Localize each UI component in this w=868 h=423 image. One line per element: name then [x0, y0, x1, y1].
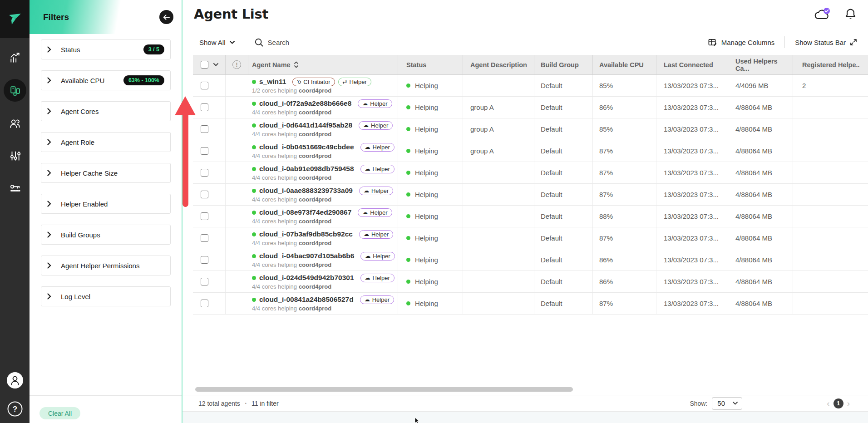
filter-item[interactable]: Status 3 / 5	[41, 39, 171, 59]
agent-name[interactable]: cloud_i-07b3af9db85cb92cc	[259, 230, 353, 238]
table-row: cloud_i-07b3af9db85cb92cc ☁Helper 4/4 co…	[193, 227, 868, 249]
agent-name[interactable]: cloud_i-0ab91e098db759458	[259, 165, 354, 173]
status-dot	[406, 84, 410, 88]
table-row: cloud_i-00841a24b8506527d ☁Helper 4/4 co…	[193, 293, 868, 315]
collapse-filters-button[interactable]	[159, 10, 173, 24]
description-cell	[463, 184, 534, 205]
filter-item[interactable]: Agent Cores	[41, 101, 171, 121]
agent-name[interactable]: cloud_i-024d549d942b70301	[259, 274, 354, 282]
filter-item-label: Helper Cache Size	[61, 169, 118, 177]
row-alert-cell	[226, 97, 248, 118]
available-cpu-cell: 86%	[593, 249, 656, 271]
agent-name-line: s_win11 ⚲CI Initiator⇄Helper	[252, 78, 371, 86]
row-checkbox[interactable]	[201, 300, 208, 307]
agent-name[interactable]: cloud_i-0b0451669c49cbdee	[259, 143, 354, 151]
agent-online-dot	[252, 145, 256, 149]
previous-page-button[interactable]: ‹	[827, 399, 829, 408]
row-checkbox[interactable]	[201, 125, 208, 133]
agent-name-line: cloud_i-07b3af9db85cb92cc ☁Helper	[252, 230, 393, 239]
sidebar-item-settings[interactable]	[4, 144, 26, 167]
row-checkbox[interactable]	[201, 234, 208, 242]
show-all-dropdown[interactable]: Show All	[199, 39, 235, 46]
agent-name-cell: cloud_i-024d549d942b70301 ☁Helper 4/4 co…	[248, 271, 398, 292]
current-page[interactable]: 1	[833, 398, 843, 408]
last-connected-cell: 13/03/2023 07:3...	[656, 97, 727, 118]
next-page-button[interactable]: ›	[847, 399, 850, 408]
user-avatar[interactable]	[7, 372, 23, 390]
row-select-cell	[193, 249, 226, 271]
agent-name[interactable]: cloud_i-08e973f74ed290867	[259, 208, 351, 216]
filter-item[interactable]: Agent Helper Permissions	[41, 256, 171, 275]
show-status-bar-button[interactable]: Show Status Bar	[795, 39, 857, 46]
notifications-button[interactable]	[845, 8, 856, 21]
status-label: Helping	[415, 212, 438, 220]
registered-helpers-cell	[793, 184, 868, 205]
bell-icon	[845, 8, 856, 21]
horizontal-scrollbar[interactable]	[195, 387, 573, 392]
status-cell: Helping	[398, 184, 463, 205]
search-input[interactable]	[268, 39, 345, 46]
row-checkbox[interactable]	[201, 147, 208, 155]
agent-table: ! Agent Name Status Agent Description Bu…	[193, 55, 868, 315]
agent-name[interactable]: cloud_i-0d6441d144f95ab28	[259, 121, 352, 129]
agent-name[interactable]: cloud_i-0f72a9a2e88b666e8	[259, 99, 351, 108]
available-cpu-cell: 87%	[593, 227, 656, 249]
agent-subtext: 4/4 cores helpingcoord4prod	[252, 152, 331, 159]
available-cpu-cell: 87%	[593, 293, 656, 314]
row-checkbox[interactable]	[201, 191, 208, 198]
filter-item[interactable]: Helper Enabled	[41, 194, 171, 214]
row-checkbox[interactable]	[201, 103, 208, 111]
agent-name[interactable]: cloud_i-00841a24b8506527d	[259, 295, 354, 304]
cloud-sync-status-button[interactable]	[813, 7, 831, 21]
agent-name[interactable]: cloud_i-0aae8883239733a09	[259, 187, 353, 195]
agent-name[interactable]: cloud_i-04bac907d105ab6b6	[259, 252, 354, 260]
row-checkbox[interactable]	[201, 256, 208, 264]
last-connected-cell: 13/03/2023 07:3...	[656, 184, 727, 205]
coordinator-name: coord4prod	[299, 240, 331, 246]
filter-item[interactable]: Available CPU 63% - 100%	[41, 70, 171, 90]
sidebar-item-users[interactable]	[4, 112, 26, 134]
page-size-select[interactable]: 50	[712, 397, 742, 410]
available-cpu-cell: 85%	[593, 118, 656, 140]
bottom-strip	[182, 412, 868, 423]
status-dot	[406, 214, 410, 218]
agent-name[interactable]: s_win11	[259, 78, 286, 86]
clear-all-button[interactable]: Clear All	[39, 407, 80, 419]
row-alert-cell	[226, 162, 248, 183]
filter-item[interactable]: Build Groups	[41, 225, 171, 245]
app-logo[interactable]	[0, 0, 30, 38]
filter-item[interactable]: Helper Cache Size	[41, 163, 171, 183]
filters-title: Filters	[43, 12, 69, 22]
build-group-cell: Default	[534, 75, 593, 96]
table-row: cloud_i-04bac907d105ab6b6 ☁Helper 4/4 co…	[193, 249, 868, 271]
agent-name-line: cloud_i-00841a24b8506527d ☁Helper	[252, 295, 394, 304]
registered-helpers-cell	[793, 118, 868, 140]
sidebar-item-agents[interactable]	[4, 79, 26, 102]
sidebar-item-keys[interactable]	[4, 177, 26, 200]
row-checkbox[interactable]	[201, 82, 208, 89]
agent-name-cell: cloud_i-0aae8883239733a09 ☁Helper 4/4 co…	[248, 184, 398, 205]
last-connected-cell: 13/03/2023 07:3...	[656, 118, 727, 140]
agent-online-dot	[252, 232, 256, 236]
help-button[interactable]: ?	[7, 401, 23, 418]
used-helpers-cell: 4/88064 MB	[727, 162, 793, 183]
filter-item[interactable]: Agent Role	[41, 132, 171, 152]
sort-icon[interactable]	[294, 61, 299, 69]
select-menu-chevron-icon[interactable]	[213, 63, 218, 66]
sidebar-item-analytics[interactable]	[4, 46, 26, 69]
cores-helping-text: 4/4 cores helping	[252, 305, 297, 312]
status-label: Helping	[415, 125, 438, 133]
agent-badges: ☁Helper	[360, 143, 395, 152]
analytics-chart-icon	[9, 52, 21, 64]
row-select-cell	[193, 271, 226, 292]
filter-item[interactable]: Log Level	[41, 286, 171, 306]
row-checkbox[interactable]	[201, 278, 208, 285]
row-select-cell	[193, 184, 226, 205]
app-sidebar: ?	[0, 0, 30, 423]
row-checkbox[interactable]	[201, 212, 208, 220]
select-all-checkbox[interactable]	[201, 61, 208, 69]
row-checkbox[interactable]	[201, 169, 208, 177]
manage-columns-button[interactable]: Manage Columns	[708, 38, 775, 47]
pagination: ‹ 1 ›	[827, 398, 850, 408]
table-body: s_win11 ⚲CI Initiator⇄Helper 1/2 cores h…	[193, 75, 868, 315]
